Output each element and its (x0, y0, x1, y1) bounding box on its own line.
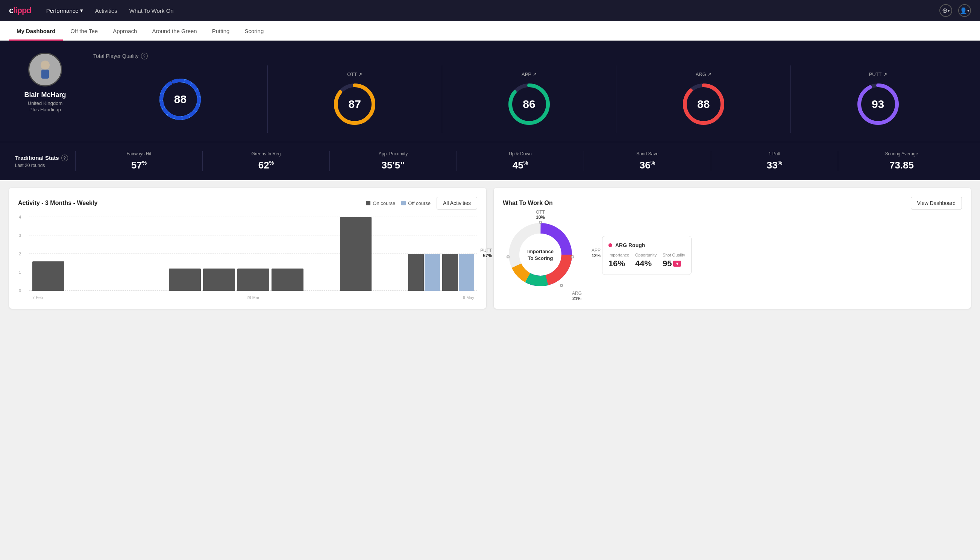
score-card-app: APP ↗ 86 (442, 65, 617, 133)
bar-group (32, 262, 64, 291)
info-card-stats: Importance 16% Opportunity 44% Shot Qual… (609, 253, 685, 268)
bar-group (271, 268, 303, 291)
app-score-value: 86 (523, 98, 535, 110)
stat-scoring-average: Scoring Average 73.85 (838, 151, 965, 171)
all-activities-button[interactable]: All Activities (437, 197, 477, 210)
bar-off-course (424, 254, 440, 291)
player-info: Blair McHarg United Kingdom Plus Handica… (15, 53, 75, 112)
tab-around-the-green[interactable]: Around the Green (145, 21, 204, 41)
score-cards: 88 OTT ↗ 87 (93, 65, 965, 133)
add-button[interactable]: ⊕ ▾ (939, 4, 952, 17)
view-dashboard-button[interactable]: View Dashboard (911, 197, 962, 210)
user-menu-button[interactable]: 👤 ▾ (958, 4, 971, 17)
svg-rect-3 (42, 70, 49, 78)
down-badge: ▼ (673, 261, 681, 267)
arg-dot (560, 284, 563, 287)
stat-greens-in-reg: Greens In Reg 62% (202, 151, 329, 171)
legend-off-course: Off course (401, 200, 431, 206)
player-country: United Kingdom (28, 100, 63, 106)
donut-header: What To Work On View Dashboard (503, 197, 962, 210)
putt-dot (507, 255, 509, 258)
hero-section: Blair McHarg United Kingdom Plus Handica… (0, 41, 980, 142)
info-card-title: ARG Rough (609, 242, 685, 248)
stat-fairways-hit: Fairways Hit 57% (75, 151, 202, 171)
bar-on-course (271, 268, 303, 291)
player-handicap: Plus Handicap (29, 107, 61, 112)
activity-chart-panel: Activity - 3 Months - Weekly On course O… (9, 188, 486, 309)
score-card-ott: OTT ↗ 87 (268, 65, 442, 133)
stats-bar: Traditional Stats ? Last 20 rounds Fairw… (0, 142, 980, 180)
tab-putting[interactable]: Putting (205, 21, 237, 41)
ott-dot (539, 221, 542, 224)
bar-on-course (340, 217, 372, 291)
arrow-up-icon: ↗ (358, 72, 362, 77)
donut-content: OTT 10% APP 12% ARG 21% PUTT 57% (503, 217, 962, 294)
traditional-stats-label: Traditional Stats ? Last 20 rounds (15, 155, 75, 168)
chevron-down-icon: ▾ (967, 8, 970, 13)
arg-score-value: 88 (697, 98, 710, 110)
legend-on-course: On course (366, 200, 395, 206)
top-navigation: clippd Performance ▾ Activities What To … (0, 0, 980, 21)
nav-what-to-work-on[interactable]: What To Work On (129, 8, 174, 14)
arg-label: ARG ↗ (696, 72, 712, 77)
plus-icon: ⊕ (942, 7, 948, 15)
ott-donut-label: OTT 10% (536, 210, 545, 220)
chart-legend: On course Off course (366, 200, 431, 206)
bar-on-course (442, 254, 458, 291)
nav-activities[interactable]: Activities (95, 8, 117, 14)
bars-container (29, 217, 477, 291)
app-label: APP ↗ (522, 72, 537, 77)
tab-off-the-tee[interactable]: Off the Tee (63, 21, 105, 41)
help-icon[interactable]: ? (141, 53, 148, 59)
stat-one-putt: 1 Putt 33% (711, 151, 838, 171)
avatar (28, 53, 62, 87)
player-name: Blair McHarg (24, 91, 66, 99)
tabs-bar: My Dashboard Off the Tee Approach Around… (0, 21, 980, 41)
stat-items: Fairways Hit 57% Greens In Reg 62% App. … (75, 151, 965, 171)
score-card-putt: PUTT ↗ 93 (791, 65, 965, 133)
tab-approach[interactable]: Approach (105, 21, 145, 41)
ott-label: OTT ↗ (347, 72, 362, 77)
total-score-value: 88 (174, 93, 186, 106)
stat-sand-save: Sand Save 36% (584, 151, 711, 171)
tab-my-dashboard[interactable]: My Dashboard (9, 21, 63, 41)
help-icon[interactable]: ? (61, 155, 68, 161)
chevron-down-icon: ▾ (80, 7, 83, 14)
bar-off-course (459, 254, 474, 291)
scores-section: Total Player Quality ? 88 (93, 53, 965, 133)
bar-on-course (32, 262, 64, 291)
bar-group (408, 254, 440, 291)
stat-app-proximity: App. Proximity 35'5" (329, 151, 456, 171)
bar-on-course (237, 268, 269, 291)
nav-left: clippd Performance ▾ Activities What To … (9, 6, 174, 15)
bar-group (203, 268, 235, 291)
svg-point-20 (520, 234, 561, 275)
logo[interactable]: clippd (9, 6, 31, 15)
putt-score-ring: 93 (855, 82, 901, 127)
bar-on-course (169, 268, 201, 291)
nav-performance[interactable]: Performance ▾ (46, 7, 83, 14)
arg-donut-label: ARG 21% (572, 291, 582, 301)
arg-score-ring: 88 (681, 82, 726, 127)
bar-group (237, 268, 269, 291)
info-stat-shot-quality: Shot Quality 95 ▼ (662, 253, 685, 268)
donut-svg: Importance To Scoring (503, 217, 578, 292)
stat-up-and-down: Up & Down 45% (456, 151, 584, 171)
donut-title: What To Work On (503, 200, 553, 207)
total-score-ring: 88 (158, 77, 203, 122)
bottom-panels: Activity - 3 Months - Weekly On course O… (0, 180, 980, 316)
importance-value: 16% (609, 259, 629, 268)
shot-quality-value: 95 ▼ (662, 259, 685, 268)
arrow-up-icon: ↗ (883, 72, 887, 77)
app-dot (571, 255, 574, 258)
ott-score-ring: 87 (332, 82, 377, 127)
arg-rough-info-card: ARG Rough Importance 16% Opportunity 44%… (602, 236, 692, 275)
svg-point-2 (41, 60, 50, 70)
bar-group (442, 254, 474, 291)
chart-header: Activity - 3 Months - Weekly On course O… (18, 197, 477, 210)
x-axis: 7 Feb 28 Mar 9 May (29, 295, 477, 300)
chart-title: Activity - 3 Months - Weekly (18, 200, 97, 207)
tab-scoring[interactable]: Scoring (237, 21, 271, 41)
ott-score-value: 87 (349, 98, 361, 110)
what-to-work-on-panel: What To Work On View Dashboard OTT 10% A… (494, 188, 971, 309)
